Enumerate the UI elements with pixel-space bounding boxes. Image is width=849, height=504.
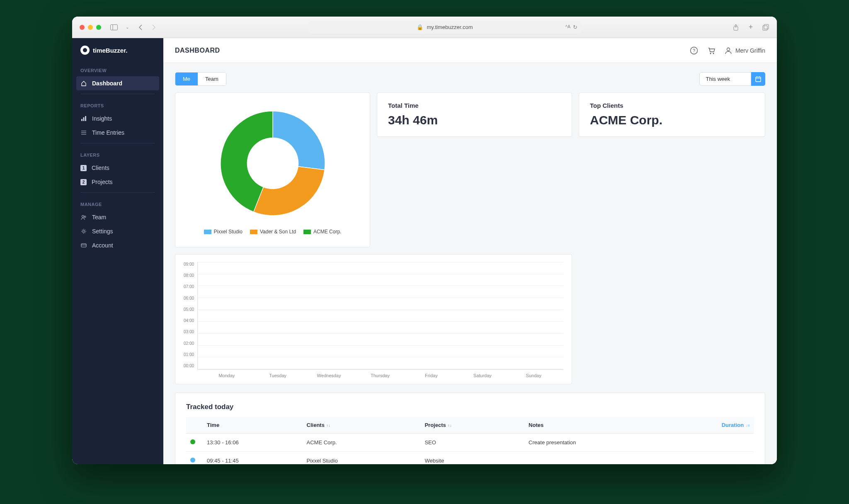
bar-x-axis: MondayTuesdayWednesdayThursdayFridaySatu… [184, 370, 563, 378]
share-icon[interactable] [732, 24, 740, 31]
reader-icon[interactable]: ᴬA [565, 24, 570, 30]
sidebar-item-insights[interactable]: Insights [72, 111, 163, 126]
nav-label: Time Entries [92, 129, 124, 136]
user-name: Merv Griffin [735, 47, 765, 54]
home-icon [80, 80, 87, 87]
sort-desc-icon: ↓≡ [745, 423, 750, 428]
svg-rect-6 [83, 117, 85, 121]
sidebar-section-label: MANAGE [72, 196, 163, 210]
date-range-picker: This week [699, 72, 765, 86]
sidebar-item-projects[interactable]: 2Projects [72, 175, 163, 189]
nav-label: Dashboard [92, 80, 122, 87]
sort-icon: ↑↓ [326, 423, 330, 428]
cart-icon[interactable] [707, 46, 716, 55]
layer-number-icon: 1 [80, 165, 87, 171]
total-time-value: 34h 46m [388, 113, 561, 127]
legend-item[interactable]: Vader & Son Ltd [250, 229, 296, 235]
brand-logo[interactable]: timeBuzzer. [72, 46, 163, 62]
legend-label: Vader & Son Ltd [260, 229, 296, 235]
col-time: Time [203, 417, 303, 434]
user-menu[interactable]: Merv Griffin [725, 47, 765, 54]
col-duration[interactable]: Duration↓≡ [663, 417, 754, 434]
donut-chart [215, 105, 331, 221]
sidebar-item-dashboard[interactable]: Dashboard [76, 76, 159, 90]
sidebar-item-team[interactable]: Team [72, 210, 163, 224]
minimize-window-button[interactable] [88, 25, 93, 30]
scope-segmented-control: MeTeam [175, 72, 226, 86]
content-toolbar: MeTeam This week [175, 72, 765, 86]
legend-swatch [250, 230, 257, 234]
sort-icon: ↑↓ [448, 423, 452, 428]
col-notes: Notes [524, 417, 663, 434]
close-window-button[interactable] [80, 25, 85, 30]
date-range-input[interactable]: This week [699, 72, 751, 86]
scope-tab-me[interactable]: Me [175, 73, 198, 85]
legend-label: Pixxel Studio [214, 229, 243, 235]
list-icon [80, 129, 87, 136]
legend-item[interactable]: Pixxel Studio [204, 229, 243, 235]
svg-rect-3 [763, 26, 767, 30]
svg-rect-14 [81, 244, 86, 247]
table-row[interactable]: 13:30 - 16:06ACME Corp.SEOCreate present… [186, 434, 754, 452]
sidebar-toggle-icon[interactable] [110, 24, 118, 31]
logo-mark-icon [80, 46, 90, 55]
help-icon[interactable]: ? [690, 46, 698, 55]
col-projects[interactable]: Projects↑↓ [420, 417, 524, 434]
cell-notes [524, 452, 663, 465]
sidebar-item-time-entries[interactable]: Time Entries [72, 126, 163, 140]
traffic-lights [80, 25, 101, 30]
svg-rect-4 [764, 24, 769, 29]
top-clients-label: Top Clients [590, 102, 754, 109]
table-row[interactable]: 09:45 - 11:45Pixxel StudioWebsite [186, 452, 754, 465]
row-color-dot [190, 439, 195, 444]
titlebar: ⌄ 🔒 my.timebuzzer.com ᴬA ↻ + [72, 17, 777, 38]
row-color-dot [190, 458, 195, 463]
nav-label: Projects [92, 179, 113, 185]
cell-duration [663, 452, 754, 465]
sidebar-section-label: OVERVIEW [72, 62, 163, 76]
nav-label: Clients [92, 165, 109, 171]
cell-duration [663, 434, 754, 452]
scope-tab-team[interactable]: Team [198, 73, 226, 85]
donut-legend: Pixxel StudioVader & Son LtdACME Corp. [204, 229, 342, 235]
svg-point-20 [727, 48, 730, 51]
svg-point-18 [710, 53, 711, 54]
total-time-label: Total Time [388, 102, 561, 109]
col-clients[interactable]: Clients↑↓ [303, 417, 421, 434]
sidebar-item-account[interactable]: Account [72, 238, 163, 252]
address-bar[interactable]: 🔒 my.timebuzzer.com ᴬA ↻ [308, 21, 582, 34]
donut-slice[interactable] [273, 111, 325, 170]
back-button[interactable] [137, 24, 144, 31]
sidebar-item-settings[interactable]: Settings [72, 224, 163, 238]
cell-time: 09:45 - 11:45 [203, 452, 303, 465]
browser-window: ⌄ 🔒 my.timebuzzer.com ᴬA ↻ + timeBuz [72, 17, 777, 464]
gear-icon [80, 228, 87, 235]
sidebar-section-label: REPORTS [72, 97, 163, 111]
svg-rect-0 [111, 24, 118, 30]
tracked-table: Time Clients↑↓ Projects↑↓ Notes Duration… [186, 417, 754, 464]
svg-text:?: ? [693, 48, 695, 53]
svg-point-19 [713, 53, 714, 54]
new-tab-icon[interactable]: + [747, 24, 754, 31]
donut-slice[interactable] [253, 167, 324, 216]
chevron-down-icon[interactable]: ⌄ [124, 24, 131, 31]
svg-rect-7 [85, 116, 86, 121]
tabs-icon[interactable] [762, 24, 769, 31]
tracked-today-title: Tracked today [186, 403, 754, 411]
bar-plot-area [197, 262, 563, 370]
nav-label: Team [92, 214, 106, 220]
cell-project: SEO [420, 434, 524, 452]
user-icon [725, 47, 732, 54]
legend-item[interactable]: ACME Corp. [303, 229, 341, 235]
bar-y-axis: 09:0008:0007:0006:0005:0004:0003:0002:00… [184, 262, 194, 370]
layer-number-icon: 2 [80, 179, 87, 185]
maximize-window-button[interactable] [96, 25, 101, 30]
calendar-icon [755, 76, 762, 82]
sidebar: timeBuzzer. OVERVIEWDashboardREPORTSInsi… [72, 38, 163, 464]
calendar-button[interactable] [751, 72, 765, 86]
lock-icon: 🔒 [417, 24, 423, 30]
sidebar-item-clients[interactable]: 1Clients [72, 161, 163, 175]
cell-notes: Create presentation [524, 434, 663, 452]
forward-button[interactable] [150, 24, 158, 31]
refresh-icon[interactable]: ↻ [573, 24, 577, 30]
